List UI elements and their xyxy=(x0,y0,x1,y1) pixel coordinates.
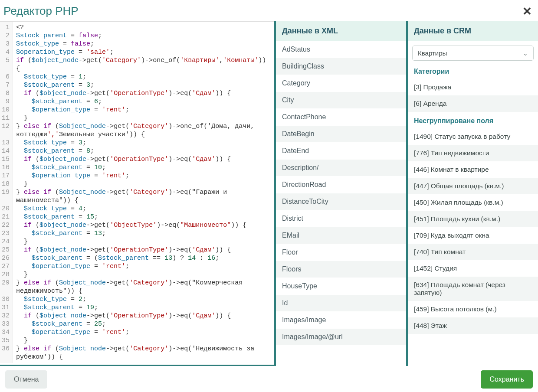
crm-field-item[interactable]: [634] Площадь комнат (через запятую) xyxy=(408,277,538,301)
line-number: 5 xyxy=(2,56,10,73)
line-number: 9 xyxy=(2,98,10,106)
crm-field-item[interactable]: [446] Комнат в квартире xyxy=(408,161,538,178)
crm-field-item[interactable]: [1452] Студия xyxy=(408,260,538,277)
line-number: 16 xyxy=(2,163,10,172)
code-line[interactable]: $stock_type = 4; xyxy=(16,205,266,213)
line-number: 17 xyxy=(2,172,10,180)
xml-field-item[interactable]: AdStatus xyxy=(276,41,406,58)
line-number: 7 xyxy=(2,81,10,89)
xml-field-item[interactable]: Images/Image xyxy=(276,312,406,329)
xml-field-item[interactable]: Floors xyxy=(276,261,406,278)
xml-field-item[interactable]: DirectionRoad xyxy=(276,176,406,193)
code-line[interactable]: $stock_parent = false; xyxy=(16,32,266,40)
xml-field-item[interactable]: Description/ xyxy=(276,160,406,176)
code-line[interactable]: $stock_type = 1; xyxy=(16,73,266,81)
crm-field-item[interactable]: [776] Тип недвижимости xyxy=(408,145,538,161)
code-line[interactable]: } else if ($object_node->get('Category')… xyxy=(16,188,266,205)
code-line[interactable]: <? xyxy=(16,23,266,32)
line-number: 36 xyxy=(2,345,10,361)
xml-field-item[interactable]: DateEnd xyxy=(276,143,406,160)
crm-field-item[interactable]: [447] Общая площадь (кв.м.) xyxy=(408,178,538,194)
code-line[interactable]: $stock_parent = 6; xyxy=(16,98,266,106)
code-line[interactable]: $stock_parent = 25; xyxy=(16,320,266,328)
code-editor[interactable]: 1234567891011121314151617181920212223242… xyxy=(0,21,274,366)
xml-panel: Данные в XML AdStatusBuildingClassCatego… xyxy=(274,21,406,366)
xml-list[interactable]: AdStatusBuildingClassCategoryCityContact… xyxy=(276,41,406,366)
crm-field-item[interactable]: [740] Тип комнат xyxy=(408,244,538,260)
xml-field-item[interactable]: ContactPhone xyxy=(276,109,406,126)
crm-field-item[interactable]: [459] Высота потолков (м.) xyxy=(408,301,538,317)
crm-field-item[interactable]: [450] Жилая площадь (кв.м.) xyxy=(408,194,538,211)
page-title: Редактор PHP xyxy=(3,4,79,18)
line-number: 24 xyxy=(2,238,10,246)
line-number: 25 xyxy=(2,246,10,254)
line-number: 26 xyxy=(2,254,10,262)
line-number: 27 xyxy=(2,262,10,271)
crm-section-heading: Категории xyxy=(408,62,538,79)
crm-field-item[interactable]: [709] Куда выходят окна xyxy=(408,227,538,244)
code-line[interactable]: if ($object_node->get('OperationType')->… xyxy=(16,246,266,254)
code-line[interactable]: } else if ($object_node->get('Category')… xyxy=(16,122,266,139)
code-line[interactable]: $stock_type = 2; xyxy=(16,295,266,304)
code-line[interactable]: $stock_type = false; xyxy=(16,40,266,48)
cancel-button[interactable]: Отмена xyxy=(5,370,47,389)
xml-field-item[interactable]: Id xyxy=(276,295,406,312)
code-line[interactable]: } xyxy=(16,271,266,279)
code-line[interactable]: $stock_parent = 3; xyxy=(16,81,266,89)
code-line[interactable]: $operation_type = 'rent'; xyxy=(16,172,266,180)
code-line[interactable]: $stock_parent = 15; xyxy=(16,213,266,221)
xml-field-item[interactable]: District xyxy=(276,210,406,227)
line-number: 23 xyxy=(2,229,10,238)
code-line[interactable]: } else if ($object_node->get('Category')… xyxy=(16,279,266,295)
code-line[interactable]: $operation_type = 'rent'; xyxy=(16,106,266,114)
line-number: 30 xyxy=(2,295,10,304)
xml-field-item[interactable]: DateBegin xyxy=(276,126,406,143)
xml-field-item[interactable]: Images/Image/@url xyxy=(276,329,406,346)
code-line[interactable]: $stock_parent = 10; xyxy=(16,163,266,172)
crm-field-item[interactable]: [448] Этаж xyxy=(408,317,538,334)
xml-field-item[interactable]: EMail xyxy=(276,227,406,244)
code-line[interactable]: } xyxy=(16,238,266,246)
code-line[interactable]: } xyxy=(16,180,266,188)
code-line[interactable]: if ($object_node->get('Category')->one_o… xyxy=(16,56,266,73)
line-number: 29 xyxy=(2,279,10,295)
xml-field-item[interactable]: Floor xyxy=(276,244,406,261)
line-number: 12 xyxy=(2,122,10,139)
crm-type-value: Квартиры xyxy=(418,49,447,57)
code-line[interactable]: $operation_type = 'rent'; xyxy=(16,262,266,271)
xml-field-item[interactable]: DistanceToCity xyxy=(276,193,406,210)
xml-field-item[interactable]: BuildingClass xyxy=(276,58,406,75)
code-line[interactable]: $stock_type = 3; xyxy=(16,139,266,147)
crm-type-select[interactable]: Квартиры ⌄ xyxy=(412,46,534,61)
crm-field-item[interactable]: [451] Площадь кухни (кв.м.) xyxy=(408,211,538,227)
line-number: 34 xyxy=(2,328,10,336)
save-button[interactable]: Сохранить xyxy=(481,370,533,389)
crm-field-item[interactable]: [6] Аренда xyxy=(408,95,538,112)
chevron-down-icon: ⌄ xyxy=(523,50,528,57)
crm-field-item[interactable]: [3] Продажа xyxy=(408,79,538,95)
code-line[interactable]: $operation_type = 'sale'; xyxy=(16,48,266,56)
xml-field-item[interactable]: Category xyxy=(276,75,406,92)
code-line[interactable]: $operation_type = 'rent'; xyxy=(16,328,266,336)
code-line[interactable]: $stock_parent = 19; xyxy=(16,304,266,312)
code-line[interactable]: if ($object_node->get('OperationType')->… xyxy=(16,312,266,320)
code-line[interactable]: $stock_parent = 13; xyxy=(16,229,266,238)
line-number: 4 xyxy=(2,48,10,56)
close-icon[interactable]: ✕ xyxy=(522,6,532,17)
code-line[interactable]: } xyxy=(16,114,266,122)
code-line[interactable]: if ($object_node->get('ObjectType')->eq(… xyxy=(16,221,266,229)
code-line[interactable]: if ($object_node->get('OperationType')->… xyxy=(16,155,266,163)
crm-body[interactable]: Квартиры ⌄ Категории[3] Продажа[6] Аренд… xyxy=(408,41,538,366)
crm-field-item[interactable]: [1490] Статус запуска в работу xyxy=(408,128,538,145)
code-line[interactable]: if ($object_node->get('OperationType')->… xyxy=(16,89,266,98)
crm-section-heading: Несгруппироване поля xyxy=(408,112,538,128)
code-line[interactable]: } xyxy=(16,336,266,345)
xml-field-item[interactable]: City xyxy=(276,92,406,109)
line-number: 20 xyxy=(2,205,10,213)
code-area[interactable]: <?$stock_parent = false;$stock_type = fa… xyxy=(13,22,269,363)
code-line[interactable]: $stock_parent = 8; xyxy=(16,147,266,155)
line-gutter: 1234567891011121314151617181920212223242… xyxy=(0,22,13,363)
code-line[interactable]: } else if ($object_node->get('Category')… xyxy=(16,345,266,361)
xml-field-item[interactable]: HouseType xyxy=(276,278,406,295)
code-line[interactable]: $stock_parent = ($stock_parent == 13) ? … xyxy=(16,254,266,262)
